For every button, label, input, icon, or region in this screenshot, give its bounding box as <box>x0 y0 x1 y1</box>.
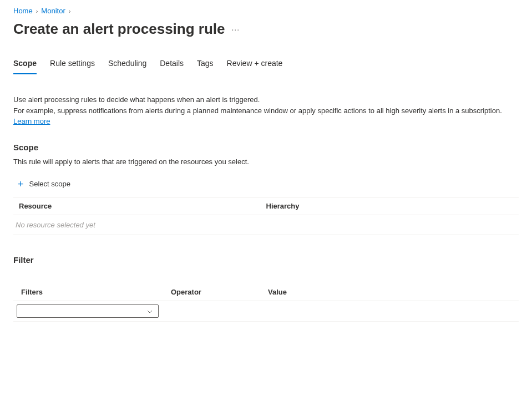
chevron-right-icon: › <box>69 8 71 14</box>
column-filters: Filters <box>21 288 171 296</box>
scope-subtext: This rule will apply to alerts that are … <box>13 158 519 166</box>
title-row: Create an alert processing rule ··· <box>13 21 519 38</box>
select-scope-button[interactable]: + Select scope <box>13 176 519 192</box>
breadcrumb-home[interactable]: Home <box>13 7 33 15</box>
tabs: Scope Rule settings Scheduling Details T… <box>13 59 519 74</box>
column-value: Value <box>268 288 511 296</box>
filter-row <box>13 301 519 322</box>
description-line1: Use alert processing rules to decide wha… <box>13 95 260 104</box>
tab-review-create[interactable]: Review + create <box>227 59 283 74</box>
scope-empty-row: No resource selected yet <box>13 215 519 235</box>
tab-details[interactable]: Details <box>160 59 184 74</box>
chevron-down-icon <box>147 308 153 314</box>
scope-heading: Scope <box>13 143 519 152</box>
page-title: Create an alert processing rule <box>13 21 225 38</box>
filter-table-header: Filters Operator Value <box>13 283 519 301</box>
column-operator: Operator <box>171 288 268 296</box>
filter-dropdown[interactable] <box>17 304 159 318</box>
tab-tags[interactable]: Tags <box>197 59 214 74</box>
description-line2: For example, suppress notifications from… <box>13 106 502 115</box>
tab-rule-settings[interactable]: Rule settings <box>50 59 95 74</box>
breadcrumb-monitor[interactable]: Monitor <box>41 7 65 15</box>
description-text: Use alert processing rules to decide wha… <box>13 94 519 127</box>
plus-icon: + <box>18 179 24 189</box>
tab-scheduling[interactable]: Scheduling <box>108 59 146 74</box>
column-resource: Resource <box>19 202 266 210</box>
scope-table-header: Resource Hierarchy <box>13 197 519 215</box>
scope-section: Scope This rule will apply to alerts tha… <box>13 143 519 235</box>
more-actions-icon[interactable]: ··· <box>231 25 240 34</box>
select-scope-label: Select scope <box>29 180 70 188</box>
breadcrumb: Home › Monitor › <box>13 7 519 15</box>
filter-section: Filter Filters Operator Value <box>13 255 519 322</box>
tab-scope[interactable]: Scope <box>13 59 37 74</box>
filter-heading: Filter <box>13 255 519 265</box>
learn-more-link[interactable]: Learn more <box>13 117 50 125</box>
column-hierarchy: Hierarchy <box>266 202 514 210</box>
chevron-right-icon: › <box>36 8 38 14</box>
